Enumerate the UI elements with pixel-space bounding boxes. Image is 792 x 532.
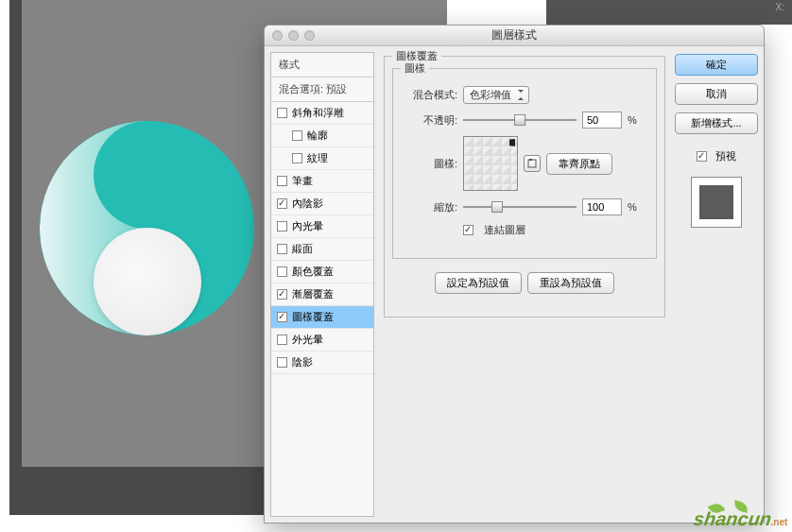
style-item[interactable]: 陰影: [271, 352, 373, 374]
dialog-title: 圖層樣式: [265, 27, 764, 43]
style-item-label: 內光暈: [292, 219, 323, 233]
style-checkbox[interactable]: [277, 357, 287, 368]
new-preset-icon[interactable]: [524, 155, 541, 172]
link-layer-label: 連結圖層: [484, 223, 525, 237]
style-item-label: 外光暈: [292, 333, 323, 347]
style-item[interactable]: 圖樣覆蓋: [271, 306, 373, 329]
svg-rect-0: [528, 160, 536, 167]
pattern-group-label: 圖樣: [401, 61, 429, 76]
style-item[interactable]: 漸層覆蓋: [271, 283, 373, 306]
style-checkbox[interactable]: [292, 130, 302, 141]
svg-rect-1: [529, 159, 532, 161]
scale-label: 縮放:: [401, 200, 457, 215]
style-checkbox[interactable]: [277, 221, 287, 232]
style-item[interactable]: 筆畫: [271, 170, 373, 193]
style-item[interactable]: 紋理: [271, 147, 373, 170]
artwork-taichi: [40, 121, 254, 335]
style-item[interactable]: 顏色覆蓋: [271, 261, 373, 283]
layer-style-dialog: 圖層樣式 樣式 混合選項: 預設 斜角和浮雕輪廓紋理筆畫內陰影內光暈緞面顏色覆蓋…: [264, 25, 765, 523]
opacity-slider[interactable]: [463, 114, 577, 126]
styles-list: 樣式 混合選項: 預設 斜角和浮雕輪廓紋理筆畫內陰影內光暈緞面顏色覆蓋漸層覆蓋圖…: [270, 52, 374, 517]
settings-panel: 圖樣覆蓋 圖樣 混合模式: 色彩增值 不透明: % 圖樣:: [380, 52, 669, 517]
dialog-titlebar[interactable]: 圖層樣式: [265, 26, 764, 46]
percent-label: %: [628, 114, 637, 126]
style-item-label: 斜角和浮雕: [292, 106, 344, 120]
preview-checkbox[interactable]: [697, 151, 707, 162]
style-item[interactable]: 輪廓: [271, 125, 373, 147]
style-item-label: 筆畫: [292, 174, 313, 188]
style-checkbox[interactable]: [277, 289, 287, 300]
style-item-label: 輪廓: [307, 129, 328, 143]
make-default-button[interactable]: 設定為預設值: [435, 272, 522, 294]
style-item[interactable]: 外光暈: [271, 329, 373, 352]
style-checkbox[interactable]: [277, 266, 287, 277]
close-icon[interactable]: [272, 30, 283, 41]
style-item[interactable]: 緞面: [271, 238, 373, 261]
style-checkbox[interactable]: [277, 335, 287, 345]
watermark: shancun.net: [692, 508, 789, 530]
cancel-button[interactable]: 取消: [675, 83, 758, 105]
style-item-label: 紋理: [307, 151, 328, 165]
style-checkbox[interactable]: [277, 244, 287, 254]
new-style-button[interactable]: 新增樣式...: [675, 112, 758, 134]
style-checkbox[interactable]: [277, 198, 287, 209]
style-item[interactable]: 內光暈: [271, 215, 373, 238]
snap-origin-button[interactable]: 靠齊原點: [546, 153, 612, 175]
opacity-input[interactable]: [582, 112, 622, 129]
ok-button[interactable]: 確定: [675, 54, 758, 76]
style-checkbox[interactable]: [277, 176, 287, 186]
blend-mode-label: 混合模式:: [401, 88, 457, 102]
scale-slider[interactable]: [463, 201, 577, 213]
blend-options-header[interactable]: 混合選項: 預設: [271, 77, 373, 102]
style-item-label: 內陰影: [292, 197, 323, 211]
style-item-label: 陰影: [292, 355, 313, 369]
pattern-label: 圖樣:: [401, 157, 457, 171]
percent-label-2: %: [628, 201, 637, 213]
style-item-label: 緞面: [292, 242, 313, 256]
style-checkbox[interactable]: [277, 108, 287, 118]
link-layer-checkbox[interactable]: [463, 225, 473, 235]
minimize-icon[interactable]: [288, 30, 299, 41]
scale-input[interactable]: [582, 198, 622, 215]
dialog-buttons: 確定 取消 新增樣式... 預視: [675, 52, 758, 517]
styles-header[interactable]: 樣式: [271, 53, 373, 77]
style-item[interactable]: 斜角和浮雕: [271, 102, 373, 125]
preview-swatch: [691, 177, 742, 228]
style-checkbox[interactable]: [292, 153, 302, 163]
style-checkbox[interactable]: [277, 312, 287, 322]
style-item-label: 顏色覆蓋: [292, 265, 334, 279]
pattern-swatch[interactable]: [463, 136, 518, 191]
properties-panel: X:: [546, 0, 792, 25]
blend-mode-select[interactable]: 色彩增值: [463, 86, 529, 104]
reset-default-button[interactable]: 重設為預設值: [527, 272, 614, 294]
style-item-label: 漸層覆蓋: [292, 287, 334, 301]
preview-label: 預視: [715, 149, 736, 163]
opacity-label: 不透明:: [401, 113, 457, 128]
style-item-label: 圖樣覆蓋: [292, 310, 334, 324]
zoom-icon[interactable]: [304, 30, 315, 41]
style-item[interactable]: 內陰影: [271, 193, 373, 215]
